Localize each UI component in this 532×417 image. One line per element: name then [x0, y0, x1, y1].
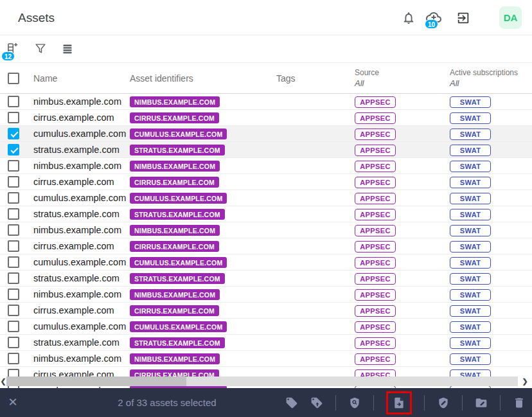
identifier-badge: NIMBUS.EXAMPLE.COM: [130, 289, 220, 300]
table-row[interactable]: nimbus.example.com NIMBUS.EXAMPLE.COM AP…: [0, 158, 532, 174]
select-all-checkbox[interactable]: [8, 73, 19, 84]
file-export-icon[interactable]: [393, 396, 405, 409]
assets-page: Assets 10 DA 12: [0, 0, 532, 417]
subscription-badge: SWAT: [450, 353, 491, 365]
source-badge: APPSEC: [355, 257, 396, 269]
row-name: stratus.example.com: [27, 337, 123, 348]
row-checkbox[interactable]: [8, 96, 19, 107]
shield-scan-icon[interactable]: [348, 396, 361, 409]
table-header-row: Name Asset identifiers Tags Source All A…: [0, 63, 532, 94]
selection-action-bar: ✕ 2 of 33 assets selected: [0, 388, 532, 417]
identifier-badge: CIRRUS.EXAMPLE.COM: [130, 241, 219, 252]
app-bar: Assets 10 DA: [0, 0, 532, 35]
column-header-name[interactable]: Name: [27, 73, 123, 84]
subscriptions-filter-value[interactable]: All: [450, 78, 532, 88]
row-checkbox[interactable]: [8, 224, 19, 236]
scrollbar-track[interactable]: [6, 377, 518, 386]
row-checkbox[interactable]: [8, 240, 19, 252]
table-row[interactable]: cirrus.example.com CIRRUS.EXAMPLE.COM AP…: [0, 174, 532, 190]
source-badge: APPSEC: [355, 305, 396, 317]
page-title: Assets: [18, 11, 55, 25]
subscription-badge: SWAT: [450, 273, 491, 285]
source-filter-value[interactable]: All: [355, 78, 443, 88]
row-checkbox[interactable]: [8, 353, 19, 364]
row-checkbox[interactable]: [8, 256, 19, 268]
table-row[interactable]: nimbus.example.com NIMBUS.EXAMPLE.COM AP…: [0, 351, 532, 367]
row-name: cumulus.example.com: [27, 193, 123, 203]
table-row[interactable]: cumulus.example.com CUMULUS.EXAMPLE.COM …: [0, 126, 532, 142]
table-row[interactable]: nimbus.example.com NIMBUS.EXAMPLE.COM AP…: [0, 94, 532, 110]
row-checkbox[interactable]: [8, 208, 19, 220]
row-checkbox[interactable]: [8, 305, 19, 316]
identifier-badge: STRATUS.EXAMPLE.COM: [130, 145, 225, 155]
identifier-badge: CIRRUS.EXAMPLE.COM: [130, 177, 219, 188]
row-name: cumulus.example.com: [27, 257, 123, 267]
table-row[interactable]: cirrus.example.com CIRRUS.EXAMPLE.COM AP…: [0, 238, 532, 254]
table-row[interactable]: cirrus.example.com CIRRUS.EXAMPLE.COM AP…: [0, 303, 532, 319]
horizontal-scrollbar: ❮ ❯: [0, 377, 532, 386]
column-header-source[interactable]: Source All: [348, 68, 443, 88]
row-checkbox[interactable]: [8, 176, 19, 188]
row-checkbox[interactable]: [8, 160, 19, 172]
row-checkbox[interactable]: [8, 288, 19, 300]
close-icon[interactable]: ✕: [6, 396, 19, 409]
source-badge: APPSEC: [355, 193, 396, 204]
column-header-subscriptions[interactable]: Active subscriptions All: [443, 68, 532, 88]
tag-add-icon[interactable]: [310, 396, 323, 409]
table-row[interactable]: stratus.example.com STRATUS.EXAMPLE.COM …: [0, 206, 532, 222]
identifier-badge: STRATUS.EXAMPLE.COM: [130, 337, 225, 348]
table-row[interactable]: nimbus.example.com NIMBUS.EXAMPLE.COM AP…: [0, 222, 532, 238]
scrollbar-thumb[interactable]: [6, 377, 186, 386]
table-row[interactable]: stratus.example.com STRATUS.EXAMPLE.COM …: [0, 142, 532, 158]
subscription-badge: SWAT: [450, 96, 491, 108]
identifier-badge: CUMULUS.EXAMPLE.COM: [130, 193, 227, 204]
row-checkbox[interactable]: [8, 192, 19, 204]
tag-icon[interactable]: [285, 396, 298, 409]
table-row[interactable]: stratus.example.com STRATUS.EXAMPLE.COM …: [0, 271, 532, 287]
subscription-badge: SWAT: [450, 305, 491, 317]
row-name: stratus.example.com: [27, 209, 123, 219]
table-row[interactable]: cirrus.example.com CIRRUS.EXAMPLE.COM AP…: [0, 110, 532, 126]
table-row[interactable]: cumulus.example.com CUMULUS.EXAMPLE.COM …: [0, 254, 532, 271]
source-badge: APPSEC: [355, 273, 396, 285]
table-row[interactable]: cumulus.example.com CUMULUS.EXAMPLE.COM …: [0, 190, 532, 206]
column-header-tags[interactable]: Tags: [270, 73, 348, 84]
row-checkbox[interactable]: [8, 272, 19, 284]
columns-count-badge: 12: [1, 51, 15, 61]
row-name: cirrus.example.com: [27, 177, 123, 187]
subscription-badge: SWAT: [450, 209, 491, 220]
logout-icon[interactable]: [456, 11, 470, 25]
row-checkbox[interactable]: [8, 321, 19, 332]
source-label: Source: [355, 68, 443, 77]
row-name: nimbus.example.com: [27, 225, 123, 235]
scroll-right-arrow[interactable]: ❯: [522, 377, 528, 386]
table-row[interactable]: nimbus.example.com NIMBUS.EXAMPLE.COM AP…: [0, 287, 532, 303]
source-badge: APPSEC: [355, 112, 396, 124]
bell-icon[interactable]: [402, 11, 416, 25]
row-name: nimbus.example.com: [27, 96, 123, 107]
table-row[interactable]: stratus.example.com STRATUS.EXAMPLE.COM …: [0, 335, 532, 351]
table-toolbar: 12: [0, 36, 532, 63]
scroll-left-arrow[interactable]: ❮: [0, 377, 6, 386]
source-badge: APPSEC: [355, 337, 396, 349]
source-badge: APPSEC: [355, 161, 396, 172]
row-checkbox[interactable]: [8, 144, 19, 155]
row-name: stratus.example.com: [27, 273, 123, 283]
folder-edit-icon[interactable]: [475, 396, 488, 409]
view-list-icon[interactable]: [60, 42, 75, 56]
row-checkbox[interactable]: [8, 128, 19, 139]
shield-edit-icon[interactable]: [437, 396, 450, 409]
user-avatar[interactable]: DA: [499, 6, 522, 29]
source-badge: APPSEC: [355, 321, 396, 333]
filter-icon[interactable]: [33, 42, 48, 56]
source-badge: APPSEC: [355, 209, 396, 220]
row-checkbox[interactable]: [8, 337, 19, 348]
trash-icon[interactable]: [513, 396, 526, 409]
subscription-badge: SWAT: [450, 112, 491, 124]
row-checkbox[interactable]: [8, 112, 19, 123]
table-row[interactable]: cumulus.example.com CUMULUS.EXAMPLE.COM …: [0, 319, 532, 335]
row-name: nimbus.example.com: [27, 289, 123, 299]
selection-count-text: 2 of 33 assets selected: [64, 397, 270, 408]
selection-actions: [285, 388, 526, 417]
column-header-identifiers[interactable]: Asset identifiers: [123, 73, 270, 84]
